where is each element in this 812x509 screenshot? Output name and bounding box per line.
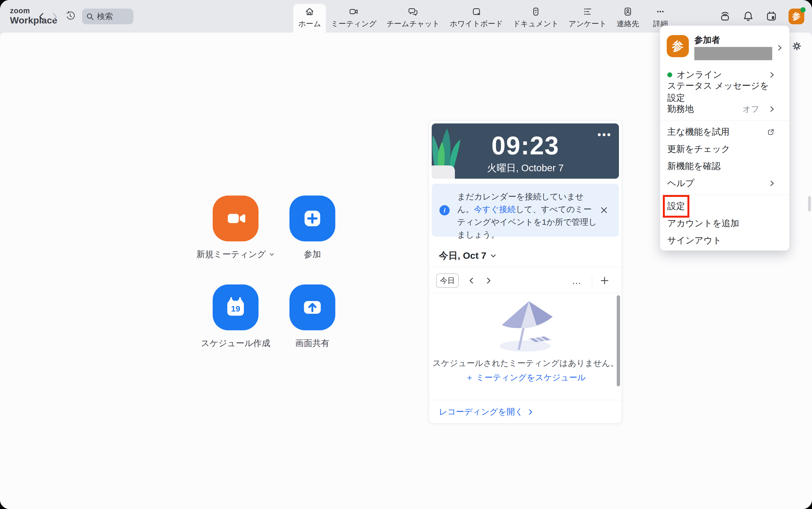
menu-items: ステータス メッセージを設定勤務地オフ主な機能を試用更新をチェック新機能を確認ヘ… <box>660 83 789 249</box>
profile-avatar-button[interactable]: 参 <box>788 8 804 24</box>
history-icon <box>65 10 75 22</box>
forward-button[interactable] <box>50 11 60 22</box>
menu-item-label: サインアウト <box>667 235 722 247</box>
profile-row[interactable]: 参 参加者 <box>660 35 789 60</box>
panel-scrollbar-thumb[interactable] <box>617 295 620 386</box>
menu-item-sign-out[interactable]: サインアウト <box>660 232 789 249</box>
menu-item-settings[interactable]: 設定 <box>660 198 789 215</box>
status-label: オンライン <box>677 69 722 81</box>
prev-day-button[interactable] <box>466 275 477 286</box>
share-to-device-button[interactable] <box>719 10 731 22</box>
beach-umbrella-illustration <box>493 297 559 355</box>
tab-label: ミーティング <box>331 19 376 29</box>
calendar-connect-banner: i まだカレンダーを接続していません。今すぐ接続して、すべてのミーティングやイベ… <box>432 184 619 237</box>
menu-divider <box>660 195 789 195</box>
schedule-button[interactable]: 19スケジュール作成 <box>213 284 259 349</box>
next-day-button[interactable] <box>483 275 494 286</box>
join-button[interactable]: 参加 <box>290 196 335 260</box>
meetings-panel: ••• 09:23 火曜日, October 7 i まだカレンダーを接続してい… <box>429 121 622 423</box>
banner-text: まだカレンダーを接続していません。今すぐ接続して、すべてのミーティングやイベント… <box>457 190 599 241</box>
online-dot-icon <box>667 72 672 77</box>
menu-item-label: ステータス メッセージを設定 <box>667 80 775 104</box>
home-icon <box>304 6 315 17</box>
menu-item-add-account[interactable]: アカウントを追加 <box>660 215 789 232</box>
chevron-down-icon[interactable] <box>269 251 275 258</box>
app-window: zoom Workplace 検索 ホームミーティングチームチャットホワイトボー… <box>0 0 812 509</box>
chevron-right-icon <box>528 408 533 416</box>
menu-item-label: 勤務地 <box>667 103 694 115</box>
menu-item-label: ヘルプ <box>667 177 695 190</box>
menu-item-label: アカウントを追加 <box>667 217 739 230</box>
tab-contacts[interactable]: 連絡先 <box>611 0 644 33</box>
menu-item-try-features[interactable]: 主な機能を試用 <box>660 124 789 141</box>
tab-label: ホーム <box>298 19 321 29</box>
umbrella-canopy <box>502 301 553 328</box>
tab-label: ドキュメント <box>513 19 559 29</box>
menu-divider <box>660 121 789 121</box>
device-share-icon <box>719 10 731 22</box>
tab-surveys[interactable]: アンケート <box>564 0 612 33</box>
chevron-down-icon <box>490 252 497 259</box>
menu-item-label: 更新をチェック <box>667 143 730 155</box>
menu-item-value: オフ <box>743 104 759 115</box>
profile-name: 参加者 <box>695 36 774 44</box>
schedule-meeting-link-label: ミーティングをスケジュール <box>476 373 586 382</box>
tab-home[interactable]: ホーム <box>293 4 326 33</box>
back-button[interactable] <box>36 11 46 22</box>
chevron-right-icon <box>777 44 783 52</box>
today-button[interactable]: 今日 <box>436 273 459 288</box>
plus-square-icon <box>290 196 335 241</box>
svg-text:19: 19 <box>231 304 240 313</box>
profile-dropdown-menu: 参 参加者 オンライン ステータス メッセージを設定勤務地オフ主な機能を試用更新… <box>660 26 789 250</box>
chat-icon <box>408 6 418 17</box>
clock-time: 09:23 <box>432 131 619 160</box>
tab-docs[interactable]: ドキュメント <box>508 0 564 33</box>
date-header-label: 今日, Oct 7 <box>439 249 486 262</box>
divider <box>429 400 622 400</box>
home-settings-gear-button[interactable] <box>792 41 802 51</box>
menu-item-whats-new[interactable]: 新機能を確認 <box>660 158 789 175</box>
video-icon <box>348 6 359 17</box>
share-screen-button[interactable]: 画面共有 <box>290 284 335 349</box>
tab-team-chat[interactable]: チームチャット <box>381 0 445 33</box>
quick-action-label: スケジュール作成 <box>201 338 270 349</box>
quick-action-label: 参加 <box>304 248 321 260</box>
profile-info: 参加者 <box>695 35 774 60</box>
menu-item-help[interactable]: ヘルプ <box>660 175 789 192</box>
chevron-left-icon <box>40 13 43 20</box>
banner-close-button[interactable] <box>599 205 610 216</box>
bell-icon <box>742 10 754 22</box>
search-placeholder: 検索 <box>97 11 113 22</box>
new-meeting-button[interactable]: 新規ミーティング <box>213 196 259 260</box>
schedule-meeting-link[interactable]: ＋ ミーティングをスケジュール <box>429 372 622 383</box>
gear-icon <box>792 41 802 51</box>
connect-now-link[interactable]: 今すぐ接続 <box>474 205 516 214</box>
calendar-button[interactable] <box>765 10 777 22</box>
tab-label: ホワイトボード <box>450 19 503 29</box>
more-dots-icon <box>655 6 666 17</box>
chevron-left-icon <box>468 276 475 285</box>
tab-label: 連絡先 <box>617 19 639 29</box>
main-tab-bar: ホームミーティングチームチャットホワイトボードドキュメントアンケート連絡先詳細 <box>293 0 677 33</box>
search-input[interactable]: 検索 <box>82 8 133 24</box>
tab-meetings[interactable]: ミーティング <box>326 0 381 33</box>
menu-item-status-message[interactable]: ステータス メッセージを設定 <box>660 83 789 101</box>
date-header[interactable]: 今日, Oct 7 <box>439 249 497 262</box>
meeting-list: スケジュールされたミーティングはありません。 ＋ ミーティングをスケジュール <box>429 293 622 400</box>
toolbar-separator <box>592 276 592 286</box>
open-recordings-label: レコーディングを開く <box>439 406 523 417</box>
avatar-initial: 参 <box>792 10 801 22</box>
calendar-more-button[interactable]: … <box>571 275 582 286</box>
redacted-account-name <box>695 47 772 60</box>
open-recordings-link[interactable]: レコーディングを開く <box>439 406 533 417</box>
window-scrollbar-thumb[interactable] <box>808 196 811 211</box>
notifications-button[interactable] <box>742 10 754 22</box>
tab-whiteboard[interactable]: ホワイトボード <box>445 0 508 33</box>
history-button[interactable] <box>65 10 75 22</box>
menu-item-check-updates[interactable]: 更新をチェック <box>660 141 789 158</box>
tab-label: アンケート <box>569 19 607 29</box>
add-meeting-button[interactable] <box>599 275 610 286</box>
empty-state-message: スケジュールされたミーティングはありません。 <box>429 358 622 369</box>
calendar-icon <box>765 10 777 22</box>
contact-icon <box>622 6 633 17</box>
